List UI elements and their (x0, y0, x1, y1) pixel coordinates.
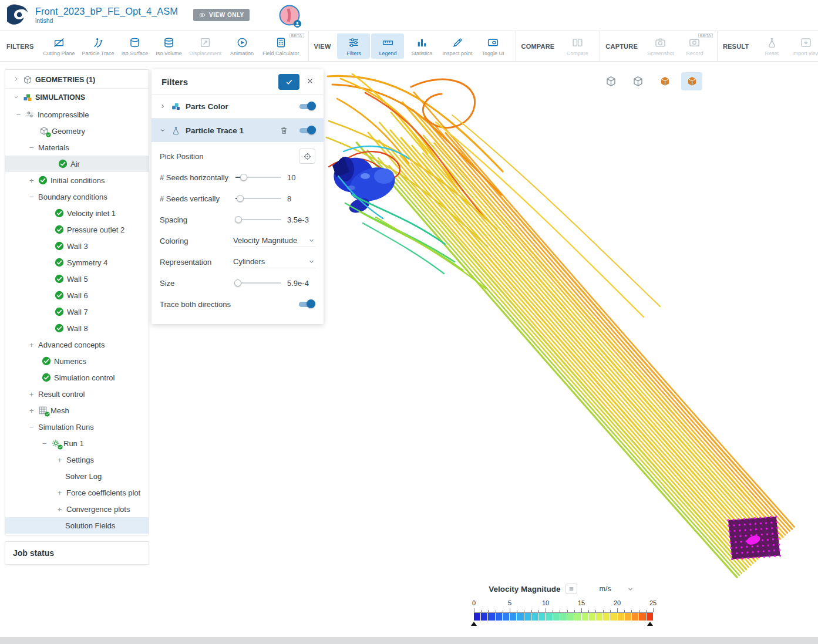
tree-item-result-control[interactable]: +Result control (5, 386, 149, 402)
legend-tick-marks (474, 608, 653, 613)
representation-select[interactable]: Cylinders (233, 255, 315, 268)
tree-item-advanced-concepts[interactable]: +Advanced concepts (5, 336, 149, 353)
seeds-horizontally-input[interactable] (286, 173, 315, 182)
cutting-plane-button[interactable]: Cutting Plane (40, 33, 78, 59)
bottom-scrollbar[interactable] (0, 637, 818, 644)
legend-button[interactable]: Legend (371, 33, 404, 59)
tree-item-label: Force coefficients plot (66, 488, 140, 497)
tree-item-wall-8[interactable]: Wall 8 (5, 320, 149, 336)
tree-item-pressure-outlet-2[interactable]: Pressure outlet 2 (5, 221, 149, 238)
simulation-tree: GEOMETRIES (1)SIMULATIONS−Incompressible… (5, 71, 149, 534)
toolbar-button-label: Legend (379, 50, 396, 56)
tree-item-symmetry-4[interactable]: Symmetry 4 (5, 254, 149, 271)
standard-views-button[interactable] (627, 72, 648, 90)
tree-item-wall-7[interactable]: Wall 7 (5, 304, 149, 320)
particle-trace-1-toggle[interactable] (298, 126, 316, 135)
coloring-select[interactable]: Velocity Magnitude (233, 234, 315, 247)
inspect-point-button[interactable]: Inspect point (439, 33, 475, 59)
tree-item-wall-5[interactable]: Wall 5 (5, 271, 149, 287)
collapse-icon[interactable]: − (15, 111, 22, 119)
chevron-down-icon (627, 585, 634, 593)
tree-item-solution-fields[interactable]: Solution Fields (5, 517, 149, 534)
legend-tick-label: 0 (472, 599, 476, 606)
tree-item-simulations[interactable]: SIMULATIONS (5, 89, 149, 106)
tree-item-air[interactable]: Air (5, 156, 149, 172)
tree-item-simulation-runs[interactable]: −Simulation Runs (5, 419, 149, 435)
close-filters-panel-button[interactable] (304, 75, 317, 88)
tree-item-simulation-control[interactable]: Simulation control (5, 369, 149, 386)
spacing-input[interactable] (286, 215, 315, 224)
chevron-right-icon[interactable] (12, 76, 20, 83)
tree-item-initial-conditions[interactable]: +Initial conditions (5, 172, 149, 188)
tree-item-settings[interactable]: +Settings (5, 451, 149, 468)
fit-view-button[interactable] (600, 72, 621, 90)
project-title[interactable]: Front_2023_bP_FE_Opt_4_ASM (35, 6, 178, 16)
size-input[interactable] (286, 279, 315, 288)
tree-item-wall-3[interactable]: Wall 3 (5, 238, 149, 254)
tree-item-solver-log[interactable]: Solver Log (5, 468, 149, 484)
legend-menu-button[interactable] (565, 584, 577, 594)
job-status-panel[interactable]: Job status (5, 541, 149, 565)
tree-item-incompressible[interactable]: −Incompressible (5, 106, 149, 123)
filters-button[interactable]: Filters (337, 33, 370, 59)
tree-item-force-coefficients-plot[interactable]: +Force coefficients plot (5, 484, 149, 501)
seeds-vertically-input[interactable] (286, 194, 315, 203)
filter-row-particle-trace-1[interactable]: Particle Trace 1 (152, 118, 324, 142)
legend-unit-select[interactable]: m/s (595, 583, 639, 595)
collapse-icon[interactable]: − (28, 193, 35, 201)
cutting-plane-icon (53, 36, 65, 49)
delete-filter-button[interactable] (279, 126, 289, 136)
tree-item-label: Simulation control (54, 373, 115, 382)
expand-icon[interactable]: + (28, 407, 35, 414)
parts-color-toggle[interactable] (298, 102, 316, 111)
toggle-ui-button[interactable]: Toggle UI (477, 33, 510, 59)
tree-item-velocity-inlet-1[interactable]: Velocity inlet 1 (5, 205, 149, 221)
statistics-button[interactable]: Statistics (405, 33, 438, 59)
chevron-down-icon[interactable] (12, 94, 20, 102)
expand-icon[interactable]: + (56, 505, 63, 513)
expand-icon[interactable]: + (56, 456, 63, 464)
tree-item-convergence-plots[interactable]: +Convergence plots (5, 501, 149, 517)
seeds-horizontally-slider[interactable] (235, 173, 281, 181)
tree-item-mesh[interactable]: +Mesh (5, 402, 149, 419)
expand-icon[interactable]: + (56, 489, 63, 497)
animation-button[interactable]: Animation (225, 33, 258, 59)
tree-item-wall-6[interactable]: Wall 6 (5, 287, 149, 304)
filter-rows: Parts ColorParticle Trace 1 (152, 94, 324, 142)
apply-filters-button[interactable] (278, 74, 299, 90)
user-avatar[interactable] (279, 5, 300, 26)
reset-button: Reset (755, 33, 788, 59)
isolate-selection-button[interactable] (681, 72, 702, 90)
spacing-slider[interactable] (235, 215, 281, 224)
tree-item-boundary-conditions[interactable]: −Boundary conditions (5, 188, 149, 205)
menu-icon (568, 585, 575, 592)
hide-selection-button[interactable] (654, 72, 675, 90)
tree-item-materials[interactable]: −Materials (5, 139, 149, 156)
trace-both-directions-toggle[interactable] (298, 299, 315, 309)
tree-item-geometry[interactable]: Geometry (5, 123, 149, 139)
check-icon (55, 307, 64, 316)
particle-trace-button[interactable]: Particle Trace (79, 33, 117, 59)
mesh-icon (38, 406, 48, 415)
field-calculator-button[interactable]: BETAField Calculator (260, 33, 302, 59)
copy-link-button[interactable] (259, 9, 271, 21)
seeds-vertically-slider[interactable] (235, 194, 281, 203)
app-logo-icon[interactable] (7, 4, 29, 26)
filter-row-parts-color[interactable]: Parts Color (152, 94, 324, 118)
control-trace-both-directions: Trace both directions (160, 294, 315, 315)
expand-icon[interactable]: + (28, 390, 35, 398)
collapse-icon[interactable]: − (41, 440, 48, 447)
project-title-block: Front_2023_bP_FE_Opt_4_ASM intishd (35, 6, 178, 25)
expand-icon[interactable]: + (28, 177, 35, 184)
control-label: Size (160, 279, 231, 288)
pick-position-button[interactable] (299, 149, 315, 164)
collapse-icon[interactable]: − (28, 144, 35, 151)
tree-item-run-1[interactable]: −Run 1 (5, 435, 149, 451)
collapse-icon[interactable]: − (28, 423, 35, 431)
tree-item-geometries-1[interactable]: GEOMETRIES (1) (5, 71, 149, 89)
iso-surface-button[interactable]: Iso Surface (119, 33, 152, 59)
tree-item-numerics[interactable]: Numerics (5, 353, 149, 369)
expand-icon[interactable]: + (28, 341, 35, 349)
iso-volume-button[interactable]: Iso Volume (153, 33, 186, 59)
size-slider[interactable] (235, 279, 281, 287)
